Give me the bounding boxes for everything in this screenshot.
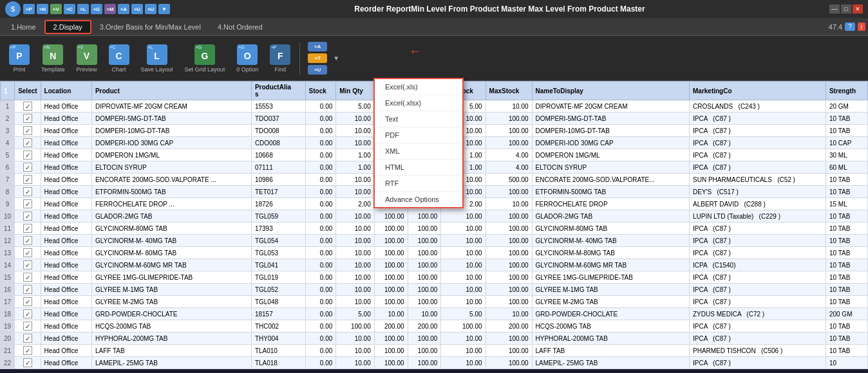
cell-select[interactable] — [15, 235, 41, 247]
cell-location: Head Office — [41, 259, 91, 271]
checkbox[interactable] — [23, 309, 32, 318]
export-excel-xlsx[interactable]: Excel(.xlsx) — [375, 95, 462, 111]
icon-fu[interactable]: »U — [131, 4, 143, 14]
cell-select[interactable] — [15, 149, 41, 161]
cell-stock: 0.00 — [305, 345, 336, 357]
preview-button[interactable]: »V V Preview — [73, 42, 101, 75]
cell-select[interactable] — [15, 357, 41, 369]
cell-select[interactable] — [15, 113, 41, 125]
icon-fpu[interactable]: »U — [145, 4, 156, 14]
cell-strength: 10 TAB — [826, 259, 867, 271]
cell-select[interactable] — [15, 161, 41, 174]
checkbox[interactable] — [23, 163, 32, 172]
right-btn-group: »A »T »U — [308, 42, 327, 75]
cell-marketing: IPCA (C87 ) — [690, 296, 826, 308]
maximize-button[interactable]: □ — [841, 5, 851, 14]
info-badge[interactable]: i — [858, 23, 865, 31]
cell-namedisplay: HYPHORAL-200MG TAB — [532, 332, 689, 345]
icon-fdown[interactable]: ▼ — [158, 4, 170, 14]
checkbox[interactable] — [23, 102, 32, 111]
cell-select[interactable] — [15, 247, 41, 259]
icon-fv[interactable]: »V — [50, 4, 62, 14]
cell-select[interactable] — [15, 137, 41, 149]
checkbox[interactable] — [23, 150, 32, 159]
checkbox[interactable] — [23, 285, 32, 294]
checkbox[interactable] — [23, 322, 32, 331]
tab-display[interactable]: 2.Display — [44, 20, 91, 34]
set-grid-layout-button[interactable]: »G G Set Grid Layout — [181, 42, 229, 75]
cell-namedisplay: ENCORATE 200MG-SOD.VALPORATE... — [532, 174, 689, 186]
tab-notordered[interactable]: 4.Not Ordered — [209, 20, 271, 34]
checkbox[interactable] — [23, 346, 32, 355]
export-xml[interactable]: XML — [375, 143, 462, 159]
checkbox[interactable] — [23, 273, 32, 282]
icon-fp[interactable]: »P — [23, 4, 35, 14]
export-rtf[interactable]: RTF — [375, 176, 462, 192]
cell-select[interactable] — [15, 100, 41, 113]
cell-product: DOMPERI-10MG-DT-TAB — [91, 125, 251, 137]
print-button[interactable]: »P P Print — [5, 42, 33, 75]
cell-select[interactable] — [15, 223, 41, 235]
checkbox[interactable] — [23, 224, 32, 233]
cell-rownum: 6 — [1, 161, 15, 174]
cell-select[interactable] — [15, 186, 41, 198]
icon-fl[interactable]: »L — [77, 4, 89, 14]
icon-fg[interactable]: »G — [91, 4, 102, 14]
cell-select[interactable] — [15, 125, 41, 137]
app-logo: S — [5, 1, 21, 17]
checkbox[interactable] — [23, 358, 32, 367]
cell-namedisplay: GLYCINORM-M- 40MG TAB — [532, 235, 689, 247]
cell-select[interactable] — [15, 198, 41, 210]
print-option-button[interactable]: »O O 0 Option — [232, 42, 262, 75]
cell-marketing: IPCA (C87 ) — [690, 332, 826, 345]
checkbox[interactable] — [23, 114, 32, 123]
cell-select[interactable] — [15, 296, 41, 308]
icon-fma[interactable]: »M — [104, 4, 116, 14]
export-excel-xls[interactable]: Excel(.xls) — [375, 79, 462, 95]
btn-u[interactable]: »U — [308, 65, 327, 75]
find-button[interactable]: »F F Find — [266, 42, 294, 75]
minimize-button[interactable]: — — [829, 5, 840, 14]
tab-order[interactable]: 3.Order Basis for Min/Max Level — [91, 20, 209, 34]
cell-select[interactable] — [15, 320, 41, 332]
tab-home[interactable]: 1.Home — [3, 20, 44, 34]
icon-fa[interactable]: »A — [118, 4, 129, 14]
help-badge[interactable]: ? — [845, 23, 855, 31]
checkbox[interactable] — [23, 260, 32, 269]
cell-select[interactable] — [15, 345, 41, 357]
dropdown-arrow-btn[interactable]: ▼ — [331, 39, 341, 78]
checkbox[interactable] — [23, 199, 32, 208]
icon-fc[interactable]: »C — [64, 4, 75, 14]
checkbox[interactable] — [23, 248, 32, 257]
checkbox[interactable] — [23, 126, 32, 135]
toolbar: »P P Print »N N Template »V V Preview »C… — [0, 36, 868, 81]
close-button[interactable]: ✕ — [853, 5, 863, 14]
print-chart-button[interactable]: »C C Chart — [105, 42, 133, 75]
btn-t[interactable]: »T — [308, 53, 327, 63]
cell-product: GLYCINORM-M- 40MG TAB — [91, 235, 251, 247]
checkbox[interactable] — [23, 175, 32, 184]
checkbox[interactable] — [23, 334, 32, 343]
export-pdf[interactable]: PDF — [375, 127, 462, 143]
icon-fn[interactable]: »N — [37, 4, 48, 14]
checkbox[interactable] — [23, 297, 32, 306]
cell-select[interactable] — [15, 259, 41, 271]
btn-a[interactable]: »A — [308, 42, 327, 51]
print-template-button[interactable]: »N N Template — [37, 42, 69, 75]
cell-select[interactable] — [15, 174, 41, 186]
export-text[interactable]: Text — [375, 111, 462, 127]
cell-select[interactable] — [15, 210, 41, 223]
cell-stock: 0.00 — [305, 271, 336, 284]
cell-select[interactable] — [15, 271, 41, 284]
export-advance-options[interactable]: Advance Options — [375, 192, 462, 207]
checkbox[interactable] — [23, 138, 32, 147]
cell-namedisplay: GLADOR-2MG TAB — [532, 210, 689, 223]
checkbox[interactable] — [23, 212, 32, 221]
checkbox[interactable] — [23, 236, 32, 245]
export-html[interactable]: HTML — [375, 159, 462, 176]
cell-select[interactable] — [15, 332, 41, 345]
checkbox[interactable] — [23, 187, 32, 196]
save-layout-button[interactable]: »L L Save Layout — [137, 42, 177, 75]
cell-select[interactable] — [15, 284, 41, 296]
cell-select[interactable] — [15, 308, 41, 320]
